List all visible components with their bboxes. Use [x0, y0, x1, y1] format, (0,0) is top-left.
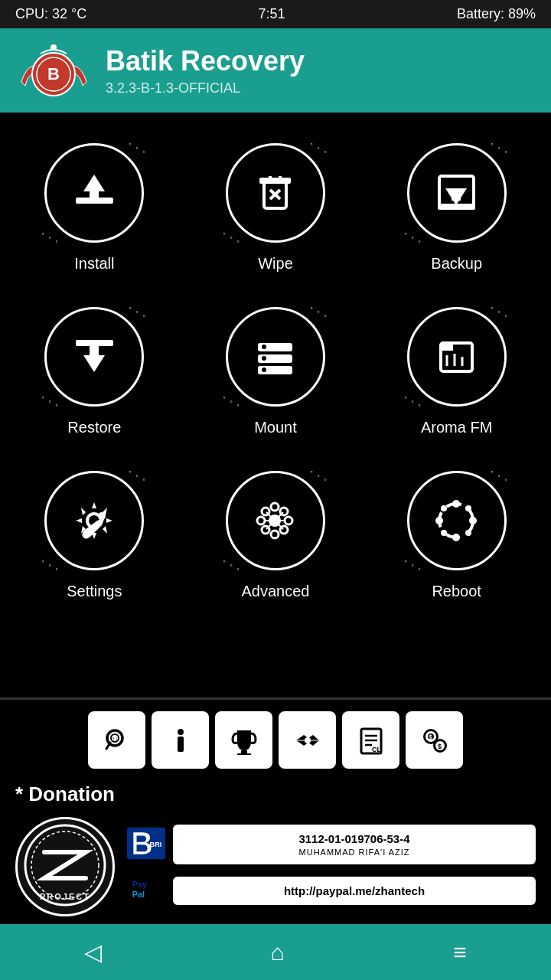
svg-point-43: [280, 526, 288, 534]
settings-button[interactable]: Settings: [8, 456, 181, 612]
paypal-logo: Pay Pal: [127, 872, 165, 909]
restore-button[interactable]: Restore: [8, 292, 181, 448]
svg-text:$: $: [429, 733, 432, 741]
header-text: Batik Recovery 3.2.3-B-1.3-OFFICIAL: [106, 45, 305, 96]
aroma-icon-circle: [407, 307, 507, 407]
svg-point-45: [262, 526, 269, 534]
svg-point-25: [262, 368, 266, 372]
svg-point-23: [262, 345, 266, 349]
handshake-button[interactable]: [279, 711, 336, 769]
aroma-fm-button[interactable]: Aroma FM: [370, 292, 543, 448]
donate-coins-button[interactable]: $ $: [406, 711, 463, 769]
menu-button[interactable]: ≡: [430, 936, 490, 969]
app-version: 3.2.3-B-1.3-OFFICIAL: [106, 80, 305, 96]
paypal-payment-row: Pay Pal http://paypal.me/zhantech: [127, 872, 536, 909]
svg-rect-60: [178, 737, 184, 752]
svg-text:↑↓: ↑↓: [112, 735, 119, 743]
mount-button[interactable]: Mount: [189, 292, 363, 448]
aroma-fm-label: Aroma FM: [421, 419, 492, 436]
back-button[interactable]: ◁: [61, 935, 125, 969]
svg-point-52: [465, 530, 471, 536]
svg-rect-6: [90, 184, 99, 198]
time: 7:51: [259, 6, 285, 22]
backup-button[interactable]: Backup: [370, 128, 543, 284]
backup-label: Backup: [431, 255, 482, 273]
svg-point-32: [98, 512, 106, 520]
svg-point-44: [280, 508, 288, 515]
status-bar: CPU: 32 °C 7:51 Battery: 89%: [0, 0, 551, 28]
search-magnify-button[interactable]: ↑↓: [88, 711, 145, 769]
svg-point-48: [452, 500, 460, 508]
nav-bar: ◁ ⌂ ≡: [0, 924, 551, 980]
svg-point-51: [465, 505, 471, 511]
restore-label: Restore: [67, 419, 121, 436]
svg-point-49: [435, 517, 443, 524]
svg-text:Pay: Pay: [132, 880, 147, 889]
donation-row: PROJECT BRI 3112-: [15, 817, 536, 916]
settings-icon-circle: [44, 471, 144, 570]
svg-rect-19: [76, 340, 113, 346]
svg-rect-27: [441, 343, 453, 351]
svg-rect-4: [76, 198, 113, 204]
bri-account-number: 3112-01-019706-53-4: [184, 832, 525, 845]
svg-point-34: [271, 503, 279, 511]
trophy-button[interactable]: [215, 711, 272, 769]
donation-payment-options: BRI 3112-01-019706-53-4 MUHAMMAD RIFA'I …: [127, 825, 536, 909]
svg-point-36: [257, 517, 265, 524]
mount-icon-circle: [226, 307, 325, 407]
wipe-button[interactable]: Wipe: [189, 128, 363, 284]
advanced-button[interactable]: Advanced: [189, 456, 363, 612]
svg-point-54: [441, 505, 447, 511]
reboot-label: Reboot: [432, 583, 481, 600]
svg-point-37: [285, 517, 292, 524]
app-title: Batik Recovery: [106, 45, 305, 77]
svg-text:Pal: Pal: [132, 890, 145, 899]
reboot-icon-circle: [407, 471, 507, 570]
svg-rect-16: [438, 204, 475, 210]
svg-line-57: [106, 743, 110, 749]
home-button[interactable]: ⌂: [248, 936, 308, 969]
svg-point-47: [469, 517, 477, 524]
install-button[interactable]: Install: [8, 128, 181, 284]
battery: Battery: 89%: [457, 6, 536, 22]
install-icon-circle: [44, 143, 144, 243]
paypal-url: http://paypal.me/zhantech: [184, 884, 525, 897]
svg-text:CL: CL: [372, 746, 381, 753]
svg-rect-15: [452, 188, 461, 201]
reboot-button[interactable]: Reboot: [370, 456, 543, 612]
wipe-label: Wipe: [258, 255, 293, 273]
svg-point-59: [178, 729, 184, 735]
paypal-url-box[interactable]: http://paypal.me/zhantech: [173, 877, 536, 905]
svg-rect-61: [241, 750, 247, 753]
svg-point-35: [271, 531, 279, 538]
svg-point-3: [51, 44, 57, 51]
advanced-icon-circle: [226, 471, 325, 570]
bri-account-name: MUHAMMAD RIFA'I AZIZ: [184, 848, 525, 857]
bri-payment-row: BRI 3112-01-019706-53-4 MUHAMMAD RIFA'I …: [127, 825, 536, 864]
svg-rect-62: [237, 753, 251, 755]
header: B Batik Recovery 3.2.3-B-1.3-OFFICIAL: [0, 28, 551, 113]
wipe-icon-circle: [226, 143, 325, 243]
toolbar-icons: ↑↓: [15, 711, 536, 769]
info-button[interactable]: [152, 711, 209, 769]
changelog-button[interactable]: CL: [342, 711, 399, 769]
svg-text:BRI: BRI: [150, 841, 162, 848]
svg-text:$: $: [438, 743, 442, 750]
svg-text:PROJECT: PROJECT: [40, 892, 90, 901]
svg-point-42: [262, 508, 269, 515]
svg-text:B: B: [47, 64, 60, 83]
svg-rect-8: [259, 178, 291, 184]
advanced-label: Advanced: [242, 583, 310, 600]
svg-point-53: [441, 530, 447, 536]
icon-grid: Install Wipe: [8, 128, 543, 612]
app-logo: B: [15, 38, 92, 103]
backup-icon-circle: [407, 143, 507, 243]
install-label: Install: [74, 255, 114, 273]
bottom-section: ↑↓: [0, 700, 551, 924]
main-content: Install Wipe: [0, 113, 551, 697]
svg-point-24: [262, 356, 266, 361]
bri-account-box: 3112-01-019706-53-4 MUHAMMAD RIFA'I AZIZ: [173, 825, 536, 864]
restore-icon-circle: [44, 307, 144, 407]
zhan-project-logo: PROJECT: [15, 817, 115, 916]
settings-label: Settings: [67, 583, 122, 600]
